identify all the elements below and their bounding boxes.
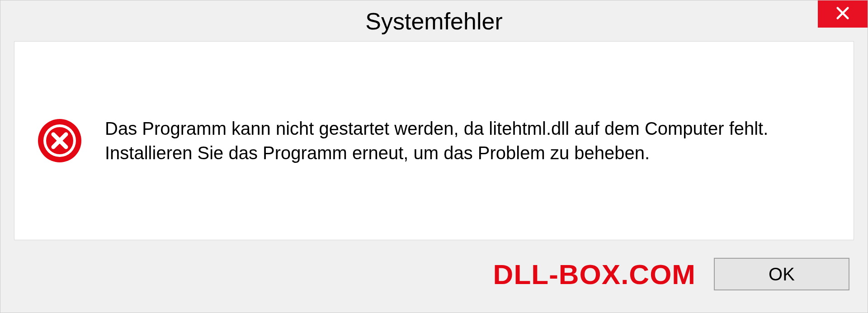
title-bar: Systemfehler [0, 0, 868, 41]
ok-button[interactable]: OK [714, 258, 849, 290]
error-message: Das Programm kann nicht gestartet werden… [105, 116, 831, 165]
error-icon [37, 118, 82, 163]
footer-area: DLL-BOX.COM OK [0, 249, 868, 313]
content-area: Das Programm kann nicht gestartet werden… [14, 41, 854, 240]
dialog-title: Systemfehler [365, 8, 502, 35]
watermark-text: DLL-BOX.COM [493, 258, 696, 290]
system-error-dialog: Systemfehler Das Programm kann nicht ges… [0, 0, 868, 313]
close-button[interactable] [818, 0, 868, 28]
close-icon [835, 5, 850, 23]
